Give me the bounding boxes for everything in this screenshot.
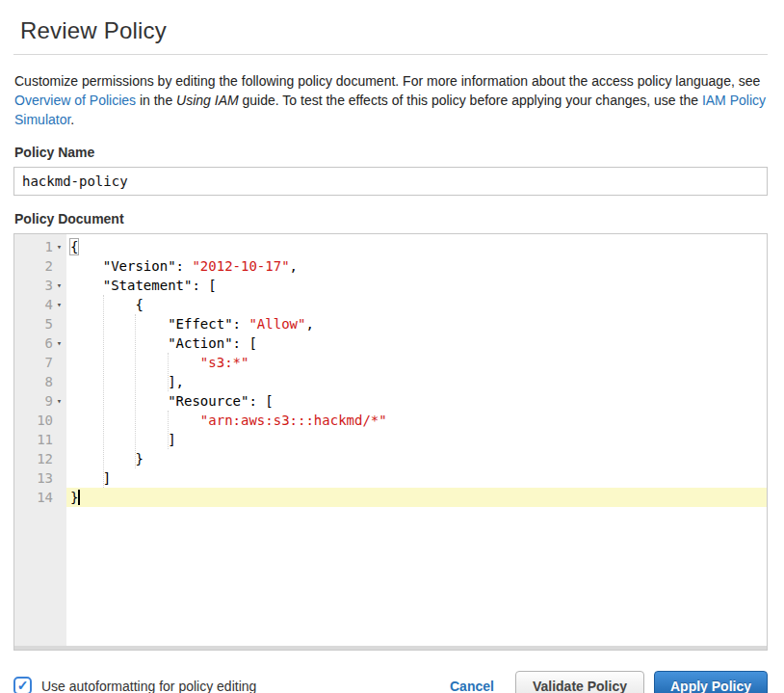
code-line-4[interactable]: {: [66, 295, 767, 314]
fold-arrow-icon[interactable]: ▾: [53, 333, 65, 353]
json-token: ,: [290, 258, 298, 274]
autoformat-label: Use autoformatting for policy editing: [41, 679, 256, 693]
json-token: }: [70, 451, 144, 466]
json-token: "Version":: [70, 258, 192, 274]
json-token: "Statement": [: [70, 278, 217, 293]
autoformat-checkbox[interactable]: ✓: [13, 677, 32, 693]
json-string-token: "Allow": [248, 316, 305, 332]
json-string-token: "2012-10-17": [192, 258, 289, 274]
policy-document-label: Policy Document: [14, 211, 768, 227]
fold-arrow-icon[interactable]: ▾: [53, 237, 65, 256]
code-line-14[interactable]: }: [66, 488, 767, 507]
gutter-line-number: 14: [14, 488, 66, 507]
description-part2: in the: [136, 93, 176, 108]
using-iam-guide-name: Using IAM: [176, 93, 239, 108]
checkmark-icon: ✓: [17, 679, 29, 692]
json-token: [70, 355, 200, 370]
description-part1: Customize permissions by editing the fol…: [14, 73, 760, 89]
description-text: Customize permissions by editing the fol…: [14, 71, 768, 129]
json-token: {: [70, 239, 78, 254]
gutter-line-number[interactable]: 4▾: [14, 295, 66, 314]
json-token: [70, 413, 200, 428]
editor-gutter: 1▾23▾4▾56▾789▾1011121314: [14, 234, 66, 650]
gutter-line-number[interactable]: 1▾: [14, 237, 66, 256]
gutter-line-number: 11: [14, 430, 66, 449]
json-string-token: "s3:*": [200, 355, 249, 370]
policy-document-editor[interactable]: 1▾23▾4▾56▾789▾1011121314 { "Version": "2…: [13, 233, 768, 651]
gutter-line-number[interactable]: 6▾: [14, 333, 66, 353]
gutter-line-number: 12: [14, 449, 66, 468]
json-token: ]: [70, 470, 111, 486]
policy-name-input[interactable]: [13, 167, 768, 196]
gutter-line-number[interactable]: 9▾: [14, 391, 66, 411]
description-part3: guide. To test the effects of this polic…: [239, 93, 702, 108]
json-token: "Effect":: [70, 316, 248, 332]
json-token: ,: [305, 316, 313, 332]
gutter-line-number: 10: [14, 411, 66, 430]
json-token: {: [70, 297, 144, 312]
json-token: "Action": [: [70, 335, 257, 351]
code-line-2[interactable]: "Version": "2012-10-17",: [66, 256, 767, 276]
cancel-link[interactable]: Cancel: [450, 679, 494, 693]
gutter-line-number: 8: [14, 372, 66, 391]
json-token: ],: [70, 374, 184, 389]
code-line-7[interactable]: "s3:*": [66, 353, 767, 372]
code-line-5[interactable]: "Effect": "Allow",: [66, 314, 767, 333]
gutter-line-number: 7: [14, 353, 66, 372]
title-divider: [13, 54, 768, 55]
apply-policy-button[interactable]: Apply Policy: [654, 671, 768, 693]
fold-arrow-icon[interactable]: ▾: [53, 391, 65, 411]
editor-code-area[interactable]: { "Version": "2012-10-17", "Statement": …: [66, 234, 767, 646]
code-line-13[interactable]: ]: [66, 468, 767, 488]
gutter-line-number[interactable]: 3▾: [14, 276, 66, 295]
code-line-12[interactable]: }: [66, 449, 767, 468]
validate-policy-button[interactable]: Validate Policy: [515, 671, 644, 693]
gutter-line-number: 2: [14, 256, 66, 276]
description-part4: .: [70, 112, 74, 127]
code-line-3[interactable]: "Statement": [: [66, 276, 767, 295]
page-title: Review Policy: [20, 17, 768, 44]
code-line-10[interactable]: "arn:aws:s3:::hackmd/*": [66, 411, 767, 430]
overview-of-policies-link[interactable]: Overview of Policies: [14, 93, 136, 108]
code-line-9[interactable]: "Resource": [: [66, 391, 767, 411]
json-string-token: "arn:aws:s3:::hackmd/*": [200, 413, 387, 428]
code-line-1[interactable]: {: [66, 237, 767, 256]
autoformat-option: ✓ Use autoformatting for policy editing: [13, 677, 256, 693]
json-token: }: [70, 490, 78, 505]
json-token: "Resource": [: [70, 393, 274, 409]
fold-arrow-icon[interactable]: ▾: [53, 295, 65, 314]
footer-bar: ✓ Use autoformatting for policy editing …: [13, 671, 768, 693]
gutter-line-number: 5: [14, 314, 66, 333]
json-token: ]: [70, 432, 176, 447]
code-line-11[interactable]: ]: [66, 430, 767, 449]
code-line-8[interactable]: ],: [66, 372, 767, 391]
text-cursor: [78, 490, 80, 505]
fold-arrow-icon[interactable]: ▾: [53, 276, 65, 295]
editor-horizontal-scrollbar[interactable]: [14, 646, 767, 650]
policy-name-label: Policy Name: [14, 145, 768, 160]
footer-actions: Cancel Validate Policy Apply Policy: [450, 671, 768, 693]
code-line-6[interactable]: "Action": [: [66, 333, 767, 353]
gutter-line-number: 13: [14, 468, 66, 488]
